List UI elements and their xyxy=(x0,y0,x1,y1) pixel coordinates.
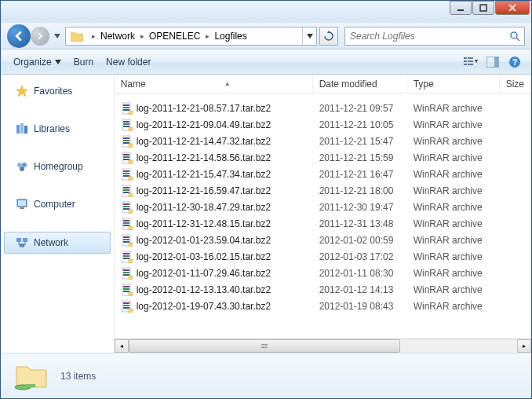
svg-rect-66 xyxy=(123,236,129,238)
back-button[interactable] xyxy=(7,24,31,48)
file-date: 2011-12-21 09:57 xyxy=(313,103,407,114)
file-date: 2012-01-19 08:43 xyxy=(313,301,407,312)
file-name: log-2011-12-21-09.04.49.tar.bz2 xyxy=(137,119,271,130)
scroll-thumb[interactable] xyxy=(129,339,401,353)
search-box[interactable] xyxy=(344,27,525,46)
address-dropdown[interactable] xyxy=(302,27,316,45)
sidebar-item-network[interactable]: Network xyxy=(4,232,111,254)
svg-rect-63 xyxy=(123,225,129,226)
file-row[interactable]: log-2012-01-19-07.43.30.tar.bz22012-01-1… xyxy=(115,298,531,314)
nav-history-dropdown[interactable] xyxy=(53,27,62,46)
file-row[interactable]: log-2011-12-21-14.47.32.tar.bz22011-12-2… xyxy=(115,133,531,149)
svg-rect-43 xyxy=(123,159,129,160)
view-options-button[interactable] xyxy=(461,53,481,71)
file-row[interactable]: log-2011-12-21-08.57.17.tar.bz22011-12-2… xyxy=(115,100,531,116)
preview-pane-button[interactable] xyxy=(483,53,503,71)
file-name: log-2011-12-21-15.47.34.tar.bz2 xyxy=(137,169,271,180)
maximize-button[interactable] xyxy=(472,1,494,15)
file-row[interactable]: log-2012-01-12-13.13.40.tar.bz22012-01-1… xyxy=(115,281,531,298)
file-row[interactable]: log-2011-12-30-18.47.29.tar.bz22011-12-3… xyxy=(115,199,531,215)
file-row[interactable]: log-2011-12-21-15.47.34.tar.bz22011-12-2… xyxy=(115,166,531,182)
svg-rect-91 xyxy=(26,384,35,387)
svg-rect-48 xyxy=(123,175,129,177)
file-row[interactable]: log-2012-01-03-16.02.15.tar.bz22012-01-0… xyxy=(115,248,531,265)
file-row[interactable]: log-2011-12-21-09.04.49.tar.bz22011-12-2… xyxy=(115,116,531,133)
svg-rect-69 xyxy=(129,243,133,247)
svg-rect-26 xyxy=(123,104,129,106)
navbar: ▸ Network ▸ OPENELEC ▸ Logfiles xyxy=(1,23,531,49)
svg-rect-57 xyxy=(123,206,129,207)
file-name: log-2011-12-31-12.48.15.tar.bz2 xyxy=(137,218,271,229)
svg-rect-33 xyxy=(123,126,129,127)
sidebar-item-homegroup[interactable]: Homegroup xyxy=(1,156,114,177)
help-button[interactable]: ? xyxy=(505,53,525,71)
breadcrumb-network[interactable]: Network xyxy=(99,27,137,45)
breadcrumb-sep[interactable]: ▸ xyxy=(202,27,213,45)
network-icon xyxy=(15,236,29,250)
svg-rect-79 xyxy=(129,276,133,280)
svg-text:?: ? xyxy=(512,57,518,67)
svg-rect-0 xyxy=(457,9,464,11)
svg-rect-8 xyxy=(468,64,473,65)
sidebar-item-libraries[interactable]: Libraries xyxy=(1,119,114,139)
burn-button[interactable]: Burn xyxy=(67,53,100,71)
close-button[interactable] xyxy=(495,1,530,15)
file-type: WinRAR archive xyxy=(407,235,500,246)
col-size[interactable]: Size xyxy=(500,75,531,93)
svg-point-2 xyxy=(511,32,517,38)
file-type: WinRAR archive xyxy=(407,301,500,312)
svg-rect-49 xyxy=(129,177,133,181)
breadcrumb-openelec[interactable]: OPENELEC xyxy=(148,27,202,45)
forward-button[interactable] xyxy=(31,27,49,46)
svg-rect-41 xyxy=(123,154,129,156)
svg-rect-74 xyxy=(129,259,133,263)
svg-rect-62 xyxy=(123,222,129,224)
file-row[interactable]: log-2011-12-21-16.59.47.tar.bz22011-12-2… xyxy=(115,182,531,199)
svg-rect-53 xyxy=(123,192,129,193)
file-row[interactable]: log-2012-01-01-23.59.04.tar.bz22012-01-0… xyxy=(115,232,531,248)
search-input[interactable] xyxy=(345,31,505,42)
breadcrumb-sep[interactable]: ▸ xyxy=(88,27,99,45)
file-type: WinRAR archive xyxy=(407,284,500,295)
svg-rect-32 xyxy=(123,123,129,125)
new-folder-button[interactable]: New folder xyxy=(100,53,157,71)
breadcrumb-sep[interactable]: ▸ xyxy=(137,27,148,45)
svg-rect-51 xyxy=(123,187,129,189)
breadcrumb-logfiles[interactable]: Logfiles xyxy=(213,27,248,45)
file-row[interactable]: log-2011-12-31-12.48.15.tar.bz22011-12-3… xyxy=(115,215,531,232)
horizontal-scrollbar[interactable]: ◂ ▸ xyxy=(115,339,531,353)
svg-rect-78 xyxy=(123,274,129,276)
svg-rect-36 xyxy=(123,137,129,139)
minimize-button[interactable] xyxy=(450,1,472,15)
sidebar-item-favorites[interactable]: Favorites xyxy=(1,81,114,101)
archive-icon xyxy=(121,284,133,296)
svg-rect-28 xyxy=(123,109,129,111)
file-row[interactable]: log-2011-12-21-14.58.56.tar.bz22011-12-2… xyxy=(115,149,531,166)
refresh-button[interactable] xyxy=(319,27,338,46)
statusbar: 13 items xyxy=(1,353,531,398)
titlebar[interactable] xyxy=(1,1,531,23)
col-name[interactable]: Name▲ xyxy=(115,75,313,93)
svg-rect-7 xyxy=(464,64,467,65)
folder-icon xyxy=(69,28,85,44)
svg-rect-3 xyxy=(464,57,467,59)
file-name: log-2012-01-11-07.29.46.tar.bz2 xyxy=(137,268,271,279)
svg-rect-68 xyxy=(123,241,129,243)
status-folder-icon xyxy=(13,361,51,392)
scroll-right-button[interactable]: ▸ xyxy=(517,339,531,353)
svg-rect-87 xyxy=(123,305,129,306)
col-type[interactable]: Type xyxy=(407,75,500,93)
organize-button[interactable]: Organize xyxy=(7,53,67,71)
archive-icon xyxy=(121,201,133,214)
col-date[interactable]: Date modified xyxy=(313,75,407,93)
address-bar[interactable]: ▸ Network ▸ OPENELEC ▸ Logfiles xyxy=(65,27,317,46)
scroll-left-button[interactable]: ◂ xyxy=(115,339,129,353)
archive-icon xyxy=(121,267,133,280)
file-type: WinRAR archive xyxy=(407,218,500,229)
scroll-track[interactable] xyxy=(129,339,517,353)
search-icon[interactable] xyxy=(505,27,524,45)
file-row[interactable]: log-2012-01-11-07.29.46.tar.bz22012-01-1… xyxy=(115,265,531,281)
sort-asc-icon: ▲ xyxy=(224,80,231,87)
file-type: WinRAR archive xyxy=(407,152,500,163)
sidebar-item-computer[interactable]: Computer xyxy=(1,194,114,214)
